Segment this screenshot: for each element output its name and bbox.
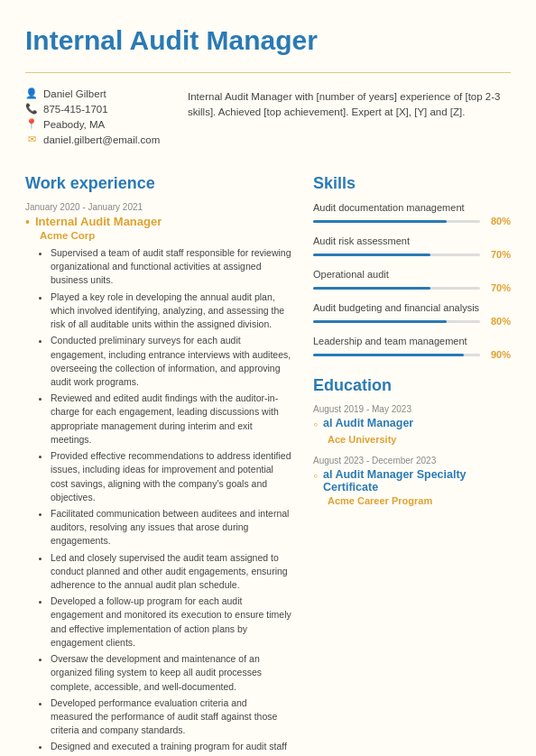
job-bullet-item: Played a key role in developing the annu…: [51, 290, 291, 332]
contact-email: daniel.gilbert@email.com: [43, 134, 160, 145]
skill-percentage: 90%: [485, 349, 511, 360]
skill-bar-bg: [313, 320, 480, 323]
job-title: Internal Audit Manager: [35, 215, 162, 228]
skill-percentage: 70%: [485, 249, 511, 260]
job-bullet-dot: •: [25, 216, 30, 228]
person-icon: 👤: [25, 88, 38, 99]
skill-bar-row: 80%: [313, 216, 511, 226]
edu-title-row: ◦al Audit Manager: [313, 417, 511, 432]
edu-school: Ace University: [328, 434, 511, 445]
skill-bar-row: 80%: [313, 316, 511, 327]
skill-name: Audit budgeting and financial analysis: [313, 302, 511, 313]
skill-bar-fill: [313, 220, 447, 223]
job-bullet-item: Developed a follow-up program for each a…: [51, 595, 291, 650]
contact-location-item: 📍 Peabody, MA: [25, 118, 161, 130]
skill-bar-row: 90%: [313, 349, 511, 360]
contact-name-item: 👤 Daniel Gilbert: [25, 88, 161, 99]
contact-left: 👤 Daniel Gilbert 📞 875-415-1701 📍 Peabod…: [25, 88, 161, 145]
skill-name: Operational audit: [313, 269, 511, 280]
job-bullet-item: Oversaw the development and maintenance …: [51, 652, 291, 694]
skill-item: Audit budgeting and financial analysis80…: [313, 302, 511, 327]
job-bullets-list: Supervised a team of audit staff respons…: [40, 246, 291, 756]
contact-phone: 875-415-1701: [43, 104, 108, 115]
contact-section: 👤 Daniel Gilbert 📞 875-415-1701 📍 Peabod…: [25, 88, 511, 145]
skill-bar-bg: [313, 254, 480, 256]
job-bullet-item: Provided effective recommendations to ad…: [51, 449, 291, 504]
skill-bar-bg: [313, 287, 480, 290]
page-title: Internal Audit Manager: [25, 25, 511, 56]
edu-degree: al Audit Manager Specialty Certificate: [323, 468, 511, 493]
skill-bar-fill: [313, 287, 430, 290]
contact-email-item: ✉ daniel.gilbert@email.com: [25, 134, 161, 145]
job-bullet-item: Facilitated communication between audite…: [51, 507, 291, 549]
location-icon: 📍: [25, 118, 38, 130]
education-title: Education: [313, 376, 511, 395]
contact-summary: Internal Audit Manager with [number of y…: [188, 88, 511, 145]
skill-bar-fill: [313, 320, 447, 323]
contact-location: Peabody, MA: [43, 119, 105, 130]
resume-page: Internal Audit Manager 👤 Daniel Gilbert …: [0, 0, 536, 756]
skill-bar-fill: [313, 354, 464, 356]
work-experience-title: Work experience: [25, 174, 291, 193]
jobs-container: January 2020 - January 2021•Internal Aud…: [25, 202, 291, 756]
education-entry: August 2019 - May 2023◦al Audit ManagerA…: [313, 404, 511, 445]
job-bullet-item: Led and closely supervised the audit tea…: [51, 551, 291, 593]
contact-name: Daniel Gilbert: [43, 88, 106, 99]
education-entry: August 2023 - December 2023◦al Audit Man…: [313, 456, 511, 506]
edu-bullet-dot: ◦: [313, 417, 318, 432]
skill-name: Leadership and team management: [313, 336, 511, 346]
edu-title-row: ◦al Audit Manager Specialty Certificate: [313, 468, 511, 493]
skill-name: Audit documentation management: [313, 202, 511, 213]
skills-title: Skills: [313, 174, 511, 193]
header: Internal Audit Manager: [25, 25, 511, 73]
skill-percentage: 70%: [485, 282, 511, 293]
skill-percentage: 80%: [485, 216, 511, 226]
skill-bar-row: 70%: [313, 249, 511, 260]
job-entry: January 2020 - January 2021•Internal Aud…: [25, 202, 291, 756]
job-bullet-item: Conducted preliminary surveys for each a…: [51, 334, 291, 389]
job-bullet-item: Designed and executed a training program…: [51, 740, 291, 756]
edu-bullet-dot: ◦: [313, 468, 318, 484]
contact-phone-item: 📞 875-415-1701: [25, 103, 161, 115]
skills-container: Audit documentation management80%Audit r…: [313, 202, 511, 360]
skill-item: Audit documentation management80%: [313, 202, 511, 226]
main-content: Work experience January 2020 - January 2…: [25, 158, 511, 756]
skill-bar-bg: [313, 220, 480, 223]
skill-name: Audit risk assessment: [313, 235, 511, 246]
job-bullet-item: Developed performance evaluation criteri…: [51, 696, 291, 738]
edu-date: August 2023 - December 2023: [313, 456, 511, 466]
job-bullet-item: Supervised a team of audit staff respons…: [51, 246, 291, 288]
job-title-row: •Internal Audit Manager: [25, 215, 291, 228]
email-icon: ✉: [25, 134, 38, 145]
edu-school: Acme Career Program: [328, 495, 511, 506]
job-bullet-item: Reviewed and edited audit findings with …: [51, 392, 291, 447]
skill-item: Leadership and team management90%: [313, 336, 511, 360]
skill-bar-row: 70%: [313, 282, 511, 293]
skill-percentage: 80%: [485, 316, 511, 327]
edu-degree: al Audit Manager: [323, 417, 413, 429]
skill-bar-bg: [313, 354, 480, 356]
company-name: Acme Corp: [40, 230, 291, 241]
left-column: Work experience January 2020 - January 2…: [25, 158, 291, 756]
education-container: August 2019 - May 2023◦al Audit ManagerA…: [313, 404, 511, 506]
skill-bar-fill: [313, 254, 430, 256]
phone-icon: 📞: [25, 103, 38, 115]
edu-date: August 2019 - May 2023: [313, 404, 511, 414]
skill-item: Audit risk assessment70%: [313, 235, 511, 260]
skill-item: Operational audit70%: [313, 269, 511, 293]
job-date: January 2020 - January 2021: [25, 202, 291, 212]
right-column: Skills Audit documentation management80%…: [313, 158, 511, 756]
